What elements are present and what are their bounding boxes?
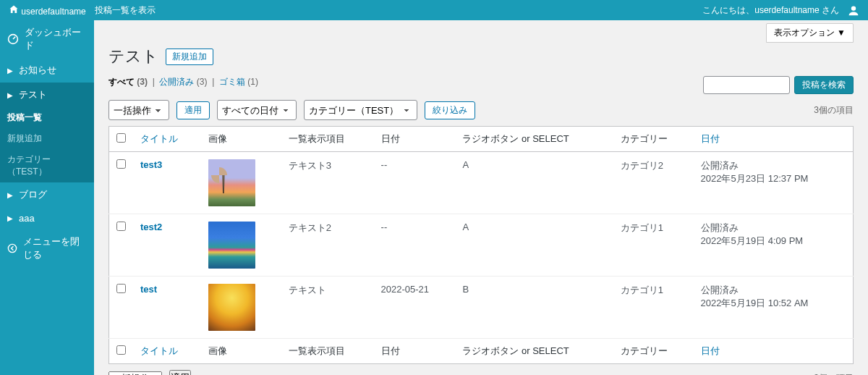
site-home-link[interactable]: userdefaultname	[9, 4, 86, 17]
row-thumbnail	[208, 159, 255, 206]
sidebar-sub-add[interactable]: 新規追加	[0, 128, 94, 149]
greeting: こんにちは、userdefaultname さん	[702, 4, 839, 17]
sidebar-item-notice[interactable]: ▶ お知らせ	[0, 58, 94, 83]
col-category: カテゴリー	[613, 127, 694, 152]
select-all-checkbox[interactable]	[116, 133, 126, 143]
row-list-item: テキスト	[281, 277, 374, 339]
bulk-apply-button-bottom[interactable]: 適用	[169, 370, 191, 375]
row-thumbnail	[208, 222, 255, 269]
sidebar-item-aaa[interactable]: ▶ aaa	[0, 207, 94, 229]
view-all[interactable]: すべて (3)	[109, 77, 148, 87]
sidebar-item-dashboard[interactable]: ダッシュボード	[0, 20, 94, 58]
bulk-action-select[interactable]: 一括操作	[109, 100, 169, 120]
row-status: 公開済み2022年5月23日 12:37 PM	[694, 152, 854, 214]
bulk-apply-button[interactable]: 適用	[176, 101, 210, 119]
col-image: 画像	[201, 127, 281, 152]
search-submit-button[interactable]: 投稿を検索	[794, 76, 854, 94]
row-checkbox[interactable]	[116, 159, 126, 169]
row-title-link[interactable]: test2	[140, 222, 162, 232]
breadcrumb-link[interactable]: 投稿一覧を表示	[95, 4, 156, 17]
bulk-action-select-bottom[interactable]: 一括操作	[109, 371, 162, 376]
col-date: 日付	[374, 127, 456, 152]
view-published[interactable]: 公開済み (3)	[159, 77, 207, 87]
col-date2-foot[interactable]: 日付	[694, 339, 854, 364]
svg-point-2	[8, 244, 16, 252]
item-count-bottom: 3個の項目	[814, 372, 854, 376]
row-checkbox[interactable]	[116, 222, 126, 231]
filter-button[interactable]: 絞り込み	[425, 101, 475, 119]
row-list-item: テキスト3	[281, 152, 374, 214]
collapse-icon	[7, 243, 17, 254]
col-radio-foot: ラジオボタン or SELECT	[455, 339, 613, 364]
select-all-checkbox-bottom[interactable]	[116, 345, 126, 355]
sidebar-sub-category[interactable]: カテゴリー（TEST）	[0, 149, 94, 182]
col-category-foot: カテゴリー	[613, 339, 694, 364]
main-content: 表示オプション ▼ テスト 新規追加 すべて (3) | 公開済み (3) | …	[94, 20, 868, 375]
col-date-foot: 日付	[374, 339, 456, 364]
row-category: カテゴリ1	[613, 277, 694, 339]
row-title-link[interactable]: test	[140, 284, 157, 295]
admin-topbar: userdefaultname 投稿一覧を表示 こんにちは、userdefaul…	[0, 0, 868, 20]
col-radio: ラジオボタン or SELECT	[455, 127, 613, 152]
row-radio: B	[455, 277, 613, 339]
col-list-item: 一覧表示項目	[281, 127, 374, 152]
sidebar-item-test[interactable]: ▶ テスト	[0, 83, 94, 107]
date-filter-select[interactable]: すべての日付	[217, 100, 297, 120]
row-category: カテゴリ1	[613, 214, 694, 277]
page-title: テスト	[109, 46, 158, 67]
table-row: test3テキスト3--Aカテゴリ2公開済み2022年5月23日 12:37 P…	[109, 152, 854, 214]
add-new-button[interactable]: 新規追加	[166, 49, 213, 65]
site-name: userdefaultname	[21, 7, 85, 17]
col-list-item-foot: 一覧表示項目	[281, 339, 374, 364]
row-checkbox[interactable]	[116, 284, 126, 293]
col-title[interactable]: タイトル	[133, 127, 201, 152]
view-filters: すべて (3) | 公開済み (3) | ゴミ箱 (1)	[109, 76, 703, 88]
user-icon[interactable]	[848, 4, 859, 16]
sidebar-sub-list[interactable]: 投稿一覧	[0, 107, 94, 128]
view-trash[interactable]: ゴミ箱 (1)	[219, 77, 258, 87]
row-radio: A	[455, 152, 613, 214]
caret-icon: ▶	[7, 67, 13, 75]
sidebar-item-blog[interactable]: ▶ ブログ	[0, 182, 94, 207]
caret-icon: ▶	[7, 91, 13, 99]
dashboard-icon	[7, 33, 19, 45]
screen-options-button[interactable]: 表示オプション ▼	[766, 23, 854, 43]
admin-sidebar: ダッシュボード ▶ お知らせ ▶ テスト 投稿一覧 新規追加 カテゴリー（TES…	[0, 20, 94, 375]
search-input[interactable]	[703, 76, 790, 94]
row-radio: A	[455, 214, 613, 277]
table-row: testテキスト2022-05-21Bカテゴリ1公開済み2022年5月19日 1…	[109, 277, 854, 339]
caret-icon: ▶	[7, 214, 13, 222]
col-date2[interactable]: 日付	[694, 127, 854, 152]
category-filter-select[interactable]: カテゴリー（TEST）	[304, 100, 417, 120]
home-icon	[9, 4, 19, 14]
row-date: --	[374, 214, 456, 277]
col-title-foot[interactable]: タイトル	[133, 339, 201, 364]
posts-table: タイトル 画像 一覧表示項目 日付 ラジオボタン or SELECT カテゴリー…	[109, 126, 854, 364]
row-status: 公開済み2022年5月19日 4:09 PM	[694, 214, 854, 277]
table-row: test2テキスト2--Aカテゴリ1公開済み2022年5月19日 4:09 PM	[109, 214, 854, 277]
sidebar-submenu: 投稿一覧 新規追加 カテゴリー（TEST）	[0, 107, 94, 182]
caret-icon: ▶	[7, 191, 13, 199]
sidebar-collapse[interactable]: メニューを閉じる	[0, 229, 94, 267]
item-count-top: 3個の項目	[814, 104, 854, 117]
col-image-foot: 画像	[201, 339, 281, 364]
row-list-item: テキスト2	[281, 214, 374, 277]
row-thumbnail	[208, 284, 255, 331]
row-title-link[interactable]: test3	[140, 159, 162, 170]
row-date: --	[374, 152, 456, 214]
row-status: 公開済み2022年5月19日 10:52 AM	[694, 277, 854, 339]
svg-point-0	[851, 6, 856, 10]
row-date: 2022-05-21	[374, 277, 456, 339]
row-category: カテゴリ2	[613, 152, 694, 214]
